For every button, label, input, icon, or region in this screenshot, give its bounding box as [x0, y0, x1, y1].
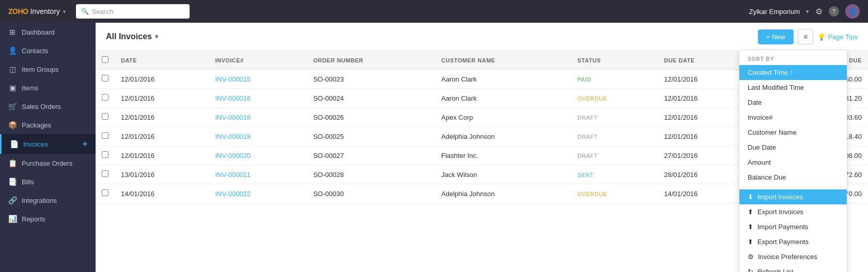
content-area: All Invoices ▾ + New ≡ 💡 Page Tips: [96, 23, 868, 272]
row-checkbox-cell[interactable]: [96, 127, 115, 146]
settings-icon[interactable]: ⚙: [815, 7, 823, 17]
row-checkbox-cell[interactable]: [96, 108, 115, 127]
invoices-add-button[interactable]: +: [83, 139, 87, 149]
action-section: ⬇ Import Invoices ⬆ Export Invoices ⬆ Im…: [739, 187, 847, 272]
refresh-list-button[interactable]: ↻ Refresh List: [739, 264, 847, 272]
row-checkbox-cell[interactable]: [96, 70, 115, 89]
sidebar-item-item-groups[interactable]: ◫ Item Groups: [0, 60, 96, 78]
sidebar-label-item-groups: Item Groups: [22, 66, 59, 73]
row-checkbox[interactable]: [102, 189, 109, 196]
invoice-preferences-label: Invoice Preferences: [758, 253, 817, 261]
invoice-link[interactable]: INV-000022: [215, 190, 251, 198]
sidebar-item-integrations[interactable]: 🔗 Integrations: [0, 191, 96, 210]
row-checkbox-cell[interactable]: [96, 146, 115, 165]
row-invoice[interactable]: INV-000019: [209, 127, 307, 146]
row-checkbox[interactable]: [102, 132, 109, 139]
zoho-text: ZOHO: [8, 7, 28, 15]
sort-amount-label: Amount: [748, 158, 771, 166]
page-tips-button[interactable]: 💡 Page Tips: [817, 33, 858, 41]
select-all-checkbox[interactable]: [102, 56, 109, 63]
new-button-label: + New: [766, 33, 785, 41]
invoice-link[interactable]: INV-000019: [215, 133, 251, 140]
sort-item-last-modified[interactable]: Last Modified Time: [739, 80, 847, 95]
sidebar-item-invoices[interactable]: 📄 Invoices +: [0, 134, 96, 154]
row-checkbox[interactable]: [102, 75, 109, 82]
row-invoice[interactable]: INV-000015: [209, 70, 307, 89]
page-title-dropdown[interactable]: All Invoices ▾: [106, 32, 158, 41]
sidebar-item-sales-orders[interactable]: 🛒 Sales Orders: [0, 97, 96, 116]
invoice-link[interactable]: INV-000016: [215, 94, 251, 102]
sort-item-invoice-num[interactable]: Invoice#: [739, 110, 847, 125]
row-invoice[interactable]: INV-000022: [209, 184, 307, 203]
sidebar: ⊞ Dashboard 👤 Contacts ◫ Item Groups ▣ I…: [0, 23, 96, 272]
row-checkbox[interactable]: [102, 94, 109, 101]
logo-area: ZOHO Inventory ▾: [8, 7, 66, 15]
invoice-link[interactable]: INV-000018: [215, 114, 251, 121]
sidebar-item-contacts[interactable]: 👤 Contacts: [0, 41, 96, 60]
import-payments-button[interactable]: ⬆ Import Payments: [739, 219, 847, 234]
row-invoice[interactable]: INV-000018: [209, 108, 307, 127]
col-invoice[interactable]: INVOICE#: [209, 51, 307, 70]
new-button[interactable]: + New: [758, 29, 794, 44]
sort-item-due-date[interactable]: Due Date: [739, 140, 847, 155]
page-tips-label: Page Tips: [828, 33, 858, 41]
sort-item-balance-due[interactable]: Balance Due: [739, 170, 847, 185]
page-title-arrow: ▾: [155, 33, 158, 40]
row-invoice[interactable]: INV-000020: [209, 146, 307, 165]
menu-icon: ≡: [803, 33, 808, 41]
invoice-link[interactable]: INV-000020: [215, 152, 251, 159]
row-due-date: 12/01/2016: [658, 70, 752, 89]
search-bar[interactable]: 🔍 Search: [76, 4, 190, 19]
col-order-number: ORDER NUMBER: [307, 51, 435, 70]
row-date: 12/01/2016: [115, 89, 209, 108]
invoice-link[interactable]: INV-000015: [215, 75, 251, 83]
sidebar-item-items[interactable]: ▣ Items: [0, 78, 96, 97]
row-customer: Jack Wilson: [435, 165, 571, 184]
sales-orders-icon: 🛒: [8, 102, 17, 110]
avatar[interactable]: 👤: [845, 4, 860, 19]
org-dropdown-arrow[interactable]: ▾: [806, 8, 809, 15]
invoice-preferences-button[interactable]: ⚙ Invoice Preferences: [739, 249, 847, 264]
row-due-date: 27/01/2016: [658, 146, 752, 165]
row-invoice[interactable]: INV-000021: [209, 165, 307, 184]
export-payments-button[interactable]: ⬆ Export Payments: [739, 234, 847, 249]
invoice-link[interactable]: INV-000021: [215, 171, 251, 179]
select-all-checkbox-header[interactable]: [96, 51, 115, 70]
row-checkbox-cell[interactable]: [96, 184, 115, 203]
import-invoices-button[interactable]: ⬇ Import Invoices: [739, 189, 847, 204]
dashboard-icon: ⊞: [8, 28, 17, 36]
inventory-text: Inventory: [30, 7, 60, 15]
sort-created-time-label: Created Time ↑: [748, 69, 793, 76]
row-date: 12/01/2016: [115, 70, 209, 89]
help-icon[interactable]: ?: [829, 6, 839, 17]
refresh-list-label: Refresh List: [757, 268, 793, 272]
sidebar-item-reports[interactable]: 📊 Reports: [0, 210, 96, 228]
row-due-date: 14/01/2016: [658, 184, 752, 203]
sidebar-item-dashboard[interactable]: ⊞ Dashboard: [0, 23, 96, 41]
zoho-logo[interactable]: ZOHO Inventory ▾: [8, 7, 66, 15]
col-due-date: DUE DATE: [658, 51, 752, 70]
row-order: SO-00024: [307, 89, 435, 108]
logo-dropdown-arrow: ▾: [63, 9, 66, 14]
row-checkbox-cell[interactable]: [96, 89, 115, 108]
sidebar-item-bills[interactable]: 📑 Bills: [0, 172, 96, 191]
row-customer: Apex Corp: [435, 108, 571, 127]
row-order: SO-00025: [307, 127, 435, 146]
menu-button[interactable]: ≡: [798, 29, 813, 44]
row-date: 12/01/2016: [115, 108, 209, 127]
row-checkbox[interactable]: [102, 170, 109, 177]
sort-item-customer-name[interactable]: Customer Name: [739, 125, 847, 140]
row-checkbox-cell[interactable]: [96, 165, 115, 184]
bulb-icon: 💡: [817, 33, 826, 41]
sidebar-item-purchase-orders[interactable]: 📋 Purchase Orders: [0, 154, 96, 172]
row-checkbox[interactable]: [102, 151, 109, 158]
export-invoices-button[interactable]: ⬆ Export Invoices: [739, 204, 847, 219]
sort-item-amount[interactable]: Amount: [739, 155, 847, 170]
row-invoice[interactable]: INV-000016: [209, 89, 307, 108]
sort-item-created-time[interactable]: Created Time ↑: [739, 65, 847, 80]
reports-icon: 📊: [8, 215, 17, 223]
row-checkbox[interactable]: [102, 113, 109, 120]
org-name[interactable]: Zylkar Emporium: [749, 8, 800, 15]
sort-item-date[interactable]: Date: [739, 95, 847, 110]
sidebar-item-packages[interactable]: 📦 Packages: [0, 116, 96, 134]
